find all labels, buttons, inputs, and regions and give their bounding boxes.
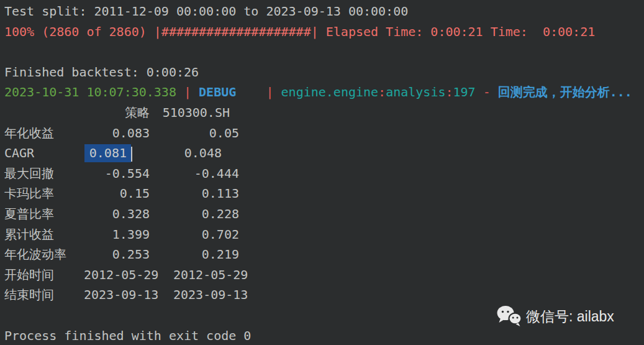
- log-colon: :: [445, 85, 453, 99]
- metric-benchmark-value: -0.444: [150, 163, 239, 184]
- text-caret: [131, 147, 132, 162]
- metric-strategy-value: 0.15: [84, 183, 150, 204]
- metric-strategy-value: 2023-09-13: [84, 285, 158, 305]
- table-row-max-drawdown: 最大回撤 -0.554 -0.444: [4, 163, 644, 184]
- log-level-padding: [236, 85, 258, 99]
- log-colon: :: [378, 85, 386, 99]
- metrics-header-spacer: [4, 103, 84, 123]
- metric-label: 夏普比率: [4, 204, 84, 224]
- log-function: analysis: [386, 85, 445, 99]
- metric-benchmark-value: 0.702: [150, 224, 239, 245]
- benchmark-column-header: 510300.SH: [150, 103, 239, 123]
- metric-benchmark-value: 0.219: [150, 244, 239, 265]
- strategy-column-header: 策略: [84, 103, 150, 123]
- log-timestamp: 2023-10-31 10:07:30.338: [4, 85, 176, 99]
- metric-strategy-value: 1.399: [84, 224, 150, 245]
- metric-strategy-value: 0.081: [84, 143, 150, 163]
- blank-line: [4, 42, 644, 62]
- log-level: DEBUG: [199, 85, 236, 99]
- table-row-annual-return: 年化收益 0.083 0.05: [4, 123, 644, 144]
- test-split-line: Test split: 2011-12-09 00:00:00 to 2023-…: [4, 1, 644, 22]
- table-row-end-date: 结束时间 2023-09-13 2023-09-13: [4, 285, 644, 305]
- metric-benchmark-value: 2012-05-29: [158, 265, 248, 285]
- log-message: 回测完成，开始分析...: [498, 85, 632, 99]
- watermark-label: 微信号: ailabx: [526, 307, 614, 326]
- console-output: Test split: 2011-12-09 00:00:00 to 2023-…: [4, 1, 644, 345]
- metric-label: 最大回撤: [4, 163, 84, 184]
- debug-log-line: 2023-10-31 10:07:30.338 | DEBUG | engine…: [4, 82, 644, 103]
- table-row-sharpe-ratio: 夏普比率 0.328 0.228: [4, 204, 644, 224]
- table-row-cumulative-return: 累计收益 1.399 0.702: [4, 224, 644, 245]
- metric-strategy-value: -0.554: [84, 163, 150, 184]
- metrics-header-row: 策略 510300.SH: [4, 103, 644, 123]
- metric-strategy-value: 0.083: [84, 123, 150, 144]
- wechat-icon: [496, 305, 522, 328]
- metric-benchmark-value: 0.113: [150, 183, 239, 204]
- log-module: engine.engine: [281, 85, 379, 99]
- process-exit-line: Process finished with exit code 0: [4, 326, 644, 345]
- metric-strategy-value: 2012-05-29: [84, 265, 158, 285]
- log-dash: -: [476, 85, 498, 99]
- metric-label: 结束时间: [4, 285, 84, 305]
- metric-label: 开始时间: [4, 265, 84, 285]
- metric-label: 年化收益: [4, 123, 84, 144]
- log-line-number: 197: [453, 85, 476, 99]
- metric-label: 年化波动率: [4, 244, 84, 265]
- metric-benchmark-value: 0.048: [150, 143, 239, 163]
- metric-benchmark-value: 2023-09-13: [158, 285, 248, 305]
- table-row-cagr: CAGR 0.081 0.048: [4, 143, 644, 163]
- metric-strategy-value: 0.328: [84, 204, 150, 224]
- selected-value[interactable]: 0.081: [84, 144, 131, 162]
- wechat-watermark: 微信号: ailabx: [496, 305, 614, 328]
- table-row-calmar-ratio: 卡玛比率 0.15 0.113: [4, 183, 644, 204]
- metric-label: 卡玛比率: [4, 183, 84, 204]
- metric-benchmark-value: 0.05: [150, 123, 239, 144]
- metric-strategy-value: 0.253: [84, 244, 150, 265]
- metric-benchmark-value: 0.228: [150, 204, 239, 224]
- log-separator: |: [176, 85, 199, 99]
- finished-backtest-line: Finished backtest: 0:00:26: [4, 62, 644, 83]
- metric-label: CAGR: [4, 143, 84, 163]
- log-separator: |: [258, 85, 281, 99]
- progress-line: 100% (2860 of 2860) |###################…: [4, 22, 644, 42]
- table-row-annual-volatility: 年化波动率 0.253 0.219: [4, 244, 644, 265]
- metric-label: 累计收益: [4, 224, 84, 245]
- table-row-start-date: 开始时间 2012-05-29 2012-05-29: [4, 265, 644, 285]
